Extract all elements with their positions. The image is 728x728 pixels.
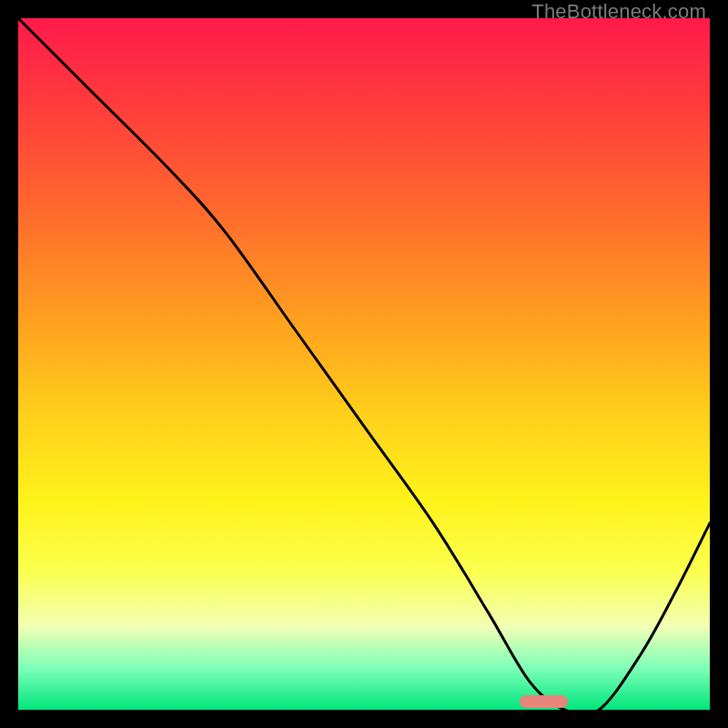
chart-stage: TheBottleneck.com [0,0,728,728]
plot-area [18,18,710,710]
curve-svg [18,18,710,710]
bottleneck-curve-path [18,18,710,715]
optimal-range-marker [520,695,568,708]
